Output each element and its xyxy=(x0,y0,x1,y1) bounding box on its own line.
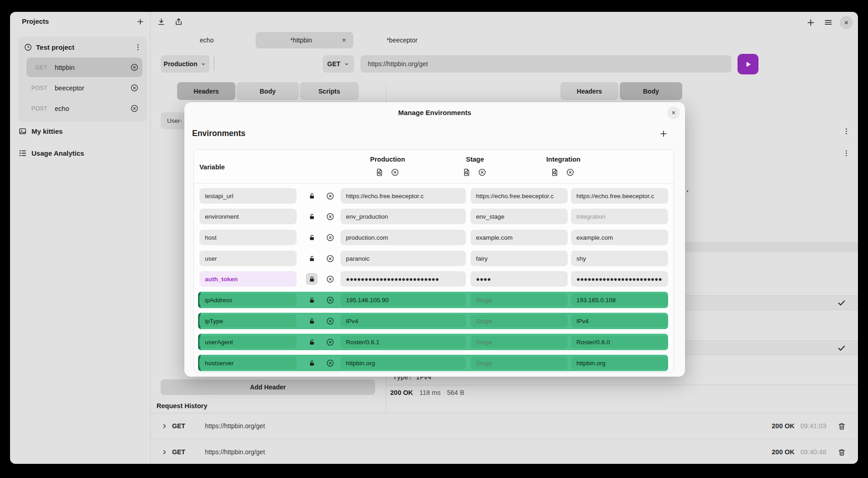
integration-value-input[interactable] xyxy=(571,336,668,348)
image-icon xyxy=(18,127,27,136)
stage-value-input[interactable] xyxy=(471,294,568,306)
delete-variable-button[interactable] xyxy=(324,210,336,222)
tab-httpbin[interactable]: *httpbin xyxy=(256,32,353,48)
environment-selector[interactable]: Production xyxy=(161,55,209,73)
env-delete-button[interactable] xyxy=(478,168,486,177)
stage-value-input[interactable] xyxy=(471,336,568,348)
delete-variable-button[interactable] xyxy=(324,252,336,264)
chip-label: User- xyxy=(167,117,182,124)
integration-value-input[interactable] xyxy=(571,209,668,224)
project-menu-button[interactable] xyxy=(841,147,852,158)
request-tab-headers[interactable]: Headers xyxy=(177,82,235,100)
production-value-input[interactable] xyxy=(340,209,466,224)
delete-variable-button[interactable] xyxy=(324,231,336,243)
variable-name-input[interactable] xyxy=(199,209,297,224)
stage-value-input[interactable] xyxy=(471,188,568,204)
delete-variable-button[interactable] xyxy=(324,190,336,202)
env-delete-button[interactable] xyxy=(566,168,575,177)
integration-value-input[interactable] xyxy=(571,251,668,266)
send-request-button[interactable] xyxy=(737,54,758,74)
stage-value-input[interactable] xyxy=(471,230,568,245)
remove-request-button[interactable] xyxy=(130,104,139,113)
variable-name-input[interactable] xyxy=(199,271,297,287)
production-value-input[interactable] xyxy=(340,336,466,348)
lock-toggle-button[interactable] xyxy=(306,210,318,222)
sidebar-request-beeceptor[interactable]: POST beeceptor xyxy=(26,78,142,98)
integration-value-input[interactable] xyxy=(571,294,668,306)
stage-value-input[interactable] xyxy=(471,271,568,287)
request-tab-body[interactable]: Body xyxy=(236,82,299,100)
lock-toggle-button[interactable] xyxy=(306,231,318,243)
delete-variable-button[interactable] xyxy=(324,315,336,327)
delete-history-button[interactable] xyxy=(837,447,847,457)
delete-variable-button[interactable] xyxy=(324,294,336,306)
production-value-input[interactable] xyxy=(340,251,466,266)
lock-toggle-button[interactable] xyxy=(306,294,318,306)
remove-request-button[interactable] xyxy=(130,63,139,72)
list-icon xyxy=(18,149,27,158)
variable-name-input[interactable] xyxy=(199,357,297,369)
lock-toggle-button[interactable] xyxy=(306,336,318,348)
response-tab-body[interactable]: Body xyxy=(620,82,682,100)
add-project-button[interactable] xyxy=(134,16,146,27)
request-tab-scripts[interactable]: Scripts xyxy=(300,82,359,100)
lock-toggle-button[interactable] xyxy=(306,252,318,264)
env-delete-button[interactable] xyxy=(391,168,399,177)
variable-name-input[interactable] xyxy=(199,294,297,306)
delete-variable-button[interactable] xyxy=(324,273,336,285)
project-menu-button[interactable] xyxy=(132,42,143,53)
production-value-input[interactable] xyxy=(340,294,466,306)
variable-name-input[interactable] xyxy=(199,251,297,266)
delete-variable-button[interactable] xyxy=(324,336,336,348)
integration-value-input[interactable] xyxy=(571,230,668,245)
add-environment-button[interactable] xyxy=(659,128,671,140)
env-inspect-button[interactable] xyxy=(462,168,471,177)
sidebar-request-httpbin[interactable]: GET httpbin xyxy=(26,58,142,77)
url-input[interactable] xyxy=(361,55,732,73)
lock-toggle-button[interactable] xyxy=(306,357,318,369)
method-selector[interactable]: GET xyxy=(323,55,354,73)
lock-toggle-button[interactable] xyxy=(306,273,318,285)
production-value-input[interactable] xyxy=(340,357,466,369)
circled-x-icon xyxy=(391,168,399,177)
variable-name-input[interactable] xyxy=(199,336,297,348)
env-inspect-button[interactable] xyxy=(550,168,559,177)
history-row[interactable]: GET https://httpbin.org/get 200 OK 09:40… xyxy=(150,439,858,464)
production-value-input[interactable] xyxy=(340,230,466,245)
remove-request-button[interactable] xyxy=(130,84,139,92)
add-header-button[interactable]: Add Header xyxy=(161,379,375,395)
tab-beeceptor[interactable]: *beeceptor xyxy=(353,32,451,48)
delete-history-button[interactable] xyxy=(837,421,847,431)
project-menu-button[interactable] xyxy=(841,126,852,137)
window-close-button[interactable] xyxy=(840,16,853,29)
integration-value-input[interactable] xyxy=(571,271,668,287)
variable-name-input[interactable] xyxy=(199,188,297,204)
production-value-input[interactable] xyxy=(340,271,466,287)
production-value-input[interactable] xyxy=(340,315,466,327)
integration-value-input[interactable] xyxy=(571,315,668,327)
lock-toggle-button[interactable] xyxy=(306,190,318,202)
modal-close-button[interactable] xyxy=(667,106,680,119)
production-value-input[interactable] xyxy=(340,188,466,204)
stage-value-input[interactable] xyxy=(471,209,568,224)
integration-value-input[interactable] xyxy=(571,357,668,369)
tab-echo[interactable]: echo xyxy=(158,32,256,48)
menu-button[interactable] xyxy=(822,16,834,28)
export-button[interactable] xyxy=(173,16,184,27)
lock-toggle-button[interactable] xyxy=(306,315,318,327)
response-tab-headers[interactable]: Headers xyxy=(560,82,618,100)
history-row[interactable]: GET https://httpbin.org/get 200 OK 09:41… xyxy=(150,413,858,439)
env-inspect-button[interactable] xyxy=(375,168,384,177)
variable-name-input[interactable] xyxy=(199,230,297,245)
import-button[interactable] xyxy=(155,16,167,27)
new-tab-button[interactable] xyxy=(805,16,816,28)
stage-value-input[interactable] xyxy=(471,251,568,266)
modal-title: Manage Environments xyxy=(184,109,685,116)
sidebar-request-echo[interactable]: POST echo xyxy=(26,99,142,118)
variable-name-input[interactable] xyxy=(199,315,297,327)
integration-value-input[interactable] xyxy=(571,188,668,204)
close-tab-button[interactable] xyxy=(340,36,349,45)
delete-variable-button[interactable] xyxy=(324,357,336,369)
stage-value-input[interactable] xyxy=(471,357,568,369)
stage-value-input[interactable] xyxy=(471,315,568,327)
